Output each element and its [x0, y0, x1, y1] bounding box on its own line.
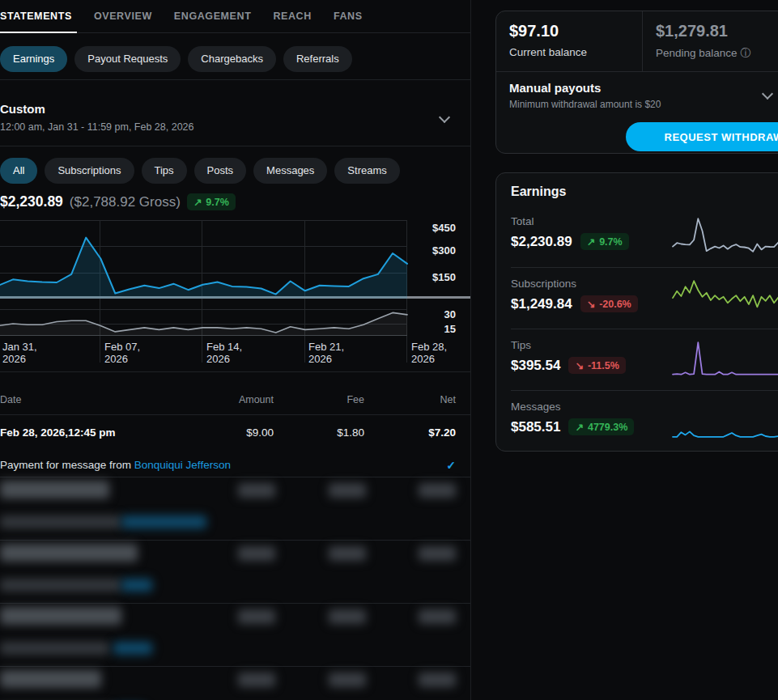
x-axis-label: Jan 31,2026	[2, 341, 37, 365]
date-range-label: Custom	[0, 102, 45, 116]
redacted-link	[113, 642, 152, 655]
trend-down-icon: ↘	[587, 298, 595, 310]
y2-axis-label: 15	[407, 323, 456, 335]
y2-axis-label: 30	[407, 308, 456, 320]
redacted-rows	[0, 477, 471, 700]
pending-balance-label: Pending balanceⓘ	[656, 46, 751, 61]
messages-sparkline	[671, 397, 778, 443]
statement-tab-earnings[interactable]: Earnings	[0, 46, 67, 72]
trend-value: -20.6%	[599, 299, 631, 310]
x-axis-label: Feb 14,2026	[206, 341, 242, 365]
statements-page: STATEMENTSOVERVIEWENGAGEMENTREACHFANS Ea…	[0, 0, 778, 700]
manual-payouts-section[interactable]: Manual payouts Minimum withdrawal amount…	[496, 72, 778, 110]
row-fee: $1.80	[274, 426, 364, 439]
earnings-stats-card: Earnings Total $2,230.89 ↗ 9.7% Subscrip…	[495, 172, 778, 452]
redacted-net	[419, 609, 456, 624]
info-icon[interactable]: ⓘ	[741, 47, 751, 59]
trend-badge: ↗ 9.7%	[187, 193, 236, 210]
payer-link[interactable]: Bonquiqui Jefferson	[134, 459, 231, 471]
chevron-down-icon	[439, 112, 450, 123]
trend-value: 9.7%	[599, 236, 623, 248]
filter-posts[interactable]: Posts	[194, 158, 247, 184]
redacted-net	[419, 483, 456, 498]
row-description: Payment for message from Bonquiqui Jeffe…	[0, 459, 471, 477]
description-text: Payment for message from Bonquiqui Jeffe…	[0, 459, 231, 472]
redacted-amount	[238, 609, 275, 624]
redacted-fee	[329, 672, 366, 687]
redacted-amount	[238, 672, 275, 687]
balance-row: $97.10 Current balance $1,279.81 Pending…	[496, 11, 778, 72]
redacted-fee	[329, 483, 366, 498]
y-axis-label: $150	[407, 271, 456, 283]
trend-up-icon: ↗	[575, 421, 583, 433]
filter-subscriptions[interactable]: Subscriptions	[45, 158, 134, 184]
statement-type-tabs: EarningsPayout RequestsChargebacksReferr…	[0, 46, 352, 72]
statement-tab-referrals[interactable]: Referrals	[283, 46, 352, 72]
redacted-net	[419, 672, 456, 687]
redacted-date	[0, 481, 109, 498]
balance-card: $97.10 Current balance $1,279.81 Pending…	[495, 11, 778, 154]
trend-value: 4779.3%	[588, 422, 627, 433]
table-row: Feb 28, 2026,12:45 pm $9.00 $1.80 $7.20	[0, 415, 471, 439]
current-balance-label: Current balance	[509, 46, 642, 58]
earnings-card-title: Earnings	[511, 185, 778, 201]
redacted-net	[419, 546, 456, 561]
redacted-date	[0, 670, 101, 688]
tab-reach[interactable]: REACH	[273, 0, 311, 33]
tab-statements[interactable]: STATEMENTS	[0, 0, 72, 33]
table-header: Date Amount Fee Net	[0, 372, 471, 415]
tab-fans[interactable]: FANS	[334, 0, 363, 33]
earnings-summary: $2,230.89 ($2,788.92 Gross) ↗ 9.7%	[0, 193, 236, 210]
description-prefix: Payment for message from	[0, 459, 134, 471]
statement-tab-payout-requests[interactable]: Payout Requests	[74, 46, 181, 72]
redacted-link	[121, 579, 152, 592]
trend-up-icon: ↗	[587, 235, 595, 248]
redacted-description	[0, 515, 121, 528]
filter-streams[interactable]: Streams	[334, 158, 399, 184]
pending-balance-text: Pending balance	[656, 47, 738, 59]
trend-up-icon: ↗	[193, 196, 202, 208]
stat-value: $1,249.84	[511, 296, 572, 312]
current-balance: $97.10 Current balance	[496, 11, 643, 71]
trend-value: -11.5%	[588, 360, 619, 371]
redacted-amount	[238, 483, 275, 498]
statement-tab-chargebacks[interactable]: Chargebacks	[188, 46, 276, 72]
y-axis-label: $300	[407, 244, 456, 257]
statements-main-column: STATEMENTSOVERVIEWENGAGEMENTREACHFANS Ea…	[0, 0, 471, 700]
filter-tips[interactable]: Tips	[142, 158, 187, 184]
redacted-date	[0, 607, 121, 625]
transactions-table: Date Amount Fee Net Feb 28, 2026,12:45 p…	[0, 371, 471, 700]
request-withdrawal-button[interactable]: REQUEST WITHDRAWAL	[626, 122, 778, 151]
date-range-value: 12:00 am, Jan 31 - 11:59 pm, Feb 28, 202…	[0, 121, 194, 133]
earnings-row-tips: Tips $395.54 ↘ -11.5%	[511, 329, 778, 390]
divider	[0, 79, 471, 80]
trend-down-icon: ↘	[575, 359, 583, 371]
redacted-table-row	[0, 477, 471, 541]
redacted-link	[121, 515, 206, 528]
col-fee: Fee	[274, 394, 364, 405]
redacted-fee	[329, 609, 366, 624]
col-date: Date	[0, 394, 185, 405]
earnings-area-series	[0, 220, 409, 299]
trend-badge: ↘ -20.6%	[580, 295, 638, 312]
pending-balance: $1,279.81 Pending balanceⓘ	[643, 11, 751, 71]
earnings-row-subscriptions: Subscriptions $1,249.84 ↘ -20.6%	[511, 267, 778, 329]
tab-overview[interactable]: OVERVIEW	[94, 0, 152, 33]
row-net: $7.20	[364, 426, 456, 439]
trend-badge: ↗ 4779.3%	[568, 418, 634, 435]
redacted-table-row	[0, 541, 471, 604]
date-range-selector[interactable]: Custom 12:00 am, Jan 31 - 11:59 pm, Feb …	[0, 91, 471, 146]
filter-all[interactable]: All	[0, 158, 37, 184]
tab-engagement[interactable]: ENGAGEMENT	[174, 0, 252, 33]
redacted-fee	[329, 546, 366, 561]
total-sparkline	[671, 212, 778, 257]
col-amount: Amount	[185, 394, 274, 405]
filter-messages[interactable]: Messages	[253, 158, 327, 184]
net-total: $2,230.89	[0, 193, 63, 210]
earnings-row-total: Total $2,230.89 ↗ 9.7%	[511, 206, 778, 267]
stat-value: $395.54	[511, 358, 560, 374]
payouts-subtitle: Minimum withdrawal amount is $20	[509, 99, 778, 110]
earning-type-filters: AllSubscriptionsTipsPostsMessagesStreams	[0, 158, 400, 184]
x-axis-label: Feb 28,2026	[411, 341, 447, 365]
stat-value: $585.51	[511, 419, 560, 435]
